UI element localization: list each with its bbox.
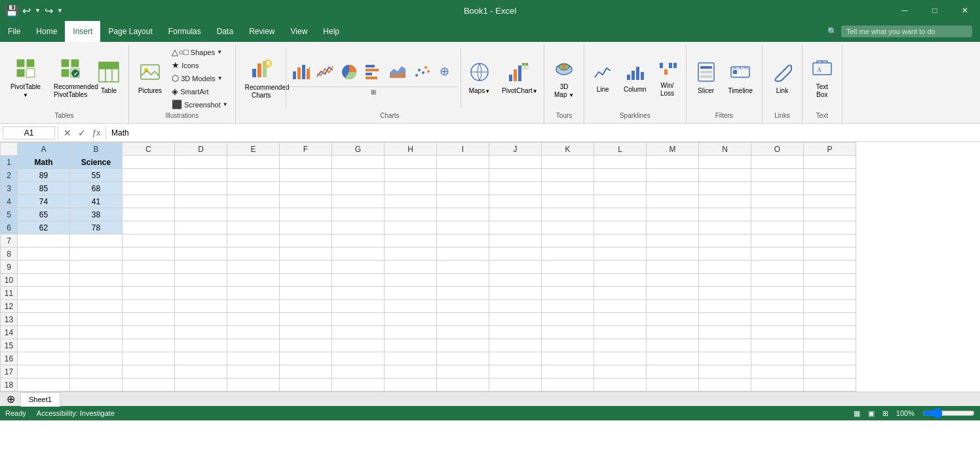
pivot-chart-button[interactable]: PivotChart▼ bbox=[497, 59, 540, 98]
cell-H9[interactable] bbox=[385, 261, 437, 274]
cell-P7[interactable] bbox=[804, 234, 856, 248]
text-box-button[interactable]: A TextBox bbox=[806, 55, 838, 101]
cell-H18[interactable] bbox=[385, 378, 437, 392]
cell-N10[interactable] bbox=[699, 274, 751, 287]
row-header-2[interactable]: 2 bbox=[1, 169, 18, 182]
cell-H13[interactable] bbox=[385, 313, 437, 326]
cell-G7[interactable] bbox=[332, 234, 385, 248]
cell-C2[interactable] bbox=[122, 169, 175, 182]
row-header-8[interactable]: 8 bbox=[1, 248, 18, 261]
cell-E18[interactable] bbox=[227, 378, 280, 392]
cell-A16[interactable] bbox=[18, 352, 70, 365]
cell-E6[interactable] bbox=[227, 221, 280, 234]
cell-K8[interactable] bbox=[542, 248, 594, 261]
cell-O2[interactable] bbox=[751, 169, 804, 182]
cell-N16[interactable] bbox=[699, 352, 751, 365]
recommended-pivot-button[interactable]: ✓ Recommended PivotTables bbox=[48, 55, 92, 101]
row-header-17[interactable]: 17 bbox=[1, 365, 18, 378]
cell-M10[interactable] bbox=[647, 274, 699, 287]
cell-E7[interactable] bbox=[227, 234, 280, 248]
cell-K10[interactable] bbox=[542, 274, 594, 287]
cell-P10[interactable] bbox=[804, 274, 856, 287]
menu-page-layout[interactable]: Page Layout bbox=[100, 21, 160, 42]
cell-A5[interactable]: 65 bbox=[18, 208, 70, 221]
cell-D14[interactable] bbox=[175, 326, 227, 339]
cell-H6[interactable] bbox=[385, 221, 437, 234]
cell-N6[interactable] bbox=[699, 221, 751, 234]
col-header-i[interactable]: I bbox=[437, 143, 489, 156]
cell-K15[interactable] bbox=[542, 339, 594, 352]
cell-C15[interactable] bbox=[122, 339, 175, 352]
cell-H11[interactable] bbox=[385, 287, 437, 300]
cell-B8[interactable] bbox=[70, 248, 122, 261]
cell-K9[interactable] bbox=[542, 261, 594, 274]
cell-J6[interactable] bbox=[489, 221, 542, 234]
cell-O10[interactable] bbox=[751, 274, 804, 287]
normal-view-button[interactable]: ▦ bbox=[854, 409, 860, 418]
pictures-button[interactable]: Pictures bbox=[133, 59, 167, 98]
cell-L4[interactable] bbox=[594, 195, 647, 208]
cell-J5[interactable] bbox=[489, 208, 542, 221]
cell-O18[interactable] bbox=[751, 378, 804, 392]
row-header-16[interactable]: 16 bbox=[1, 352, 18, 365]
cell-M4[interactable] bbox=[647, 195, 699, 208]
cell-P1[interactable] bbox=[804, 156, 856, 169]
cell-H15[interactable] bbox=[385, 339, 437, 352]
cell-D15[interactable] bbox=[175, 339, 227, 352]
cell-F12[interactable] bbox=[280, 300, 332, 313]
cell-B18[interactable] bbox=[70, 378, 122, 392]
cell-N7[interactable] bbox=[699, 234, 751, 248]
cell-O3[interactable] bbox=[751, 182, 804, 195]
cell-I13[interactable] bbox=[437, 313, 489, 326]
cell-A11[interactable] bbox=[18, 287, 70, 300]
cell-K11[interactable] bbox=[542, 287, 594, 300]
cell-I15[interactable] bbox=[437, 339, 489, 352]
row-header-1[interactable]: 1 bbox=[1, 156, 18, 169]
cell-L2[interactable] bbox=[594, 169, 647, 182]
cell-J1[interactable] bbox=[489, 156, 542, 169]
cell-N4[interactable] bbox=[699, 195, 751, 208]
new-sheet-button[interactable]: ⊕ bbox=[3, 393, 19, 405]
cell-B5[interactable]: 38 bbox=[70, 208, 122, 221]
cell-A15[interactable] bbox=[18, 339, 70, 352]
cell-K17[interactable] bbox=[542, 365, 594, 378]
line-chart-button[interactable] bbox=[313, 60, 337, 84]
cell-P3[interactable] bbox=[804, 182, 856, 195]
cell-P14[interactable] bbox=[804, 326, 856, 339]
cell-F7[interactable] bbox=[280, 234, 332, 248]
column-sparkline-button[interactable]: Column bbox=[618, 60, 651, 96]
row-header-4[interactable]: 4 bbox=[1, 195, 18, 208]
col-header-e[interactable]: E bbox=[227, 143, 280, 156]
cell-F8[interactable] bbox=[280, 248, 332, 261]
menu-home[interactable]: Home bbox=[28, 21, 65, 42]
cell-E12[interactable] bbox=[227, 300, 280, 313]
cell-J12[interactable] bbox=[489, 300, 542, 313]
cell-F5[interactable] bbox=[280, 208, 332, 221]
link-button[interactable]: Link bbox=[766, 59, 798, 98]
cell-C5[interactable] bbox=[122, 208, 175, 221]
cell-E11[interactable] bbox=[227, 287, 280, 300]
cell-J18[interactable] bbox=[489, 378, 542, 392]
cell-A6[interactable]: 62 bbox=[18, 221, 70, 234]
cell-K2[interactable] bbox=[542, 169, 594, 182]
cell-M3[interactable] bbox=[647, 182, 699, 195]
tell-me-input[interactable] bbox=[841, 26, 972, 37]
cell-L11[interactable] bbox=[594, 287, 647, 300]
cell-L9[interactable] bbox=[594, 261, 647, 274]
cell-I10[interactable] bbox=[437, 274, 489, 287]
zoom-slider[interactable] bbox=[922, 408, 975, 418]
cell-J2[interactable] bbox=[489, 169, 542, 182]
cell-D7[interactable] bbox=[175, 234, 227, 248]
cell-J13[interactable] bbox=[489, 313, 542, 326]
cell-F3[interactable] bbox=[280, 182, 332, 195]
cell-E3[interactable] bbox=[227, 182, 280, 195]
cell-H17[interactable] bbox=[385, 365, 437, 378]
cell-G15[interactable] bbox=[332, 339, 385, 352]
col-header-o[interactable]: O bbox=[751, 143, 804, 156]
3d-map-button[interactable]: 3DMap ▼ bbox=[548, 55, 580, 101]
col-header-h[interactable]: H bbox=[385, 143, 437, 156]
cell-L3[interactable] bbox=[594, 182, 647, 195]
cell-K5[interactable] bbox=[542, 208, 594, 221]
cell-K16[interactable] bbox=[542, 352, 594, 365]
col-header-a[interactable]: A bbox=[18, 143, 70, 156]
